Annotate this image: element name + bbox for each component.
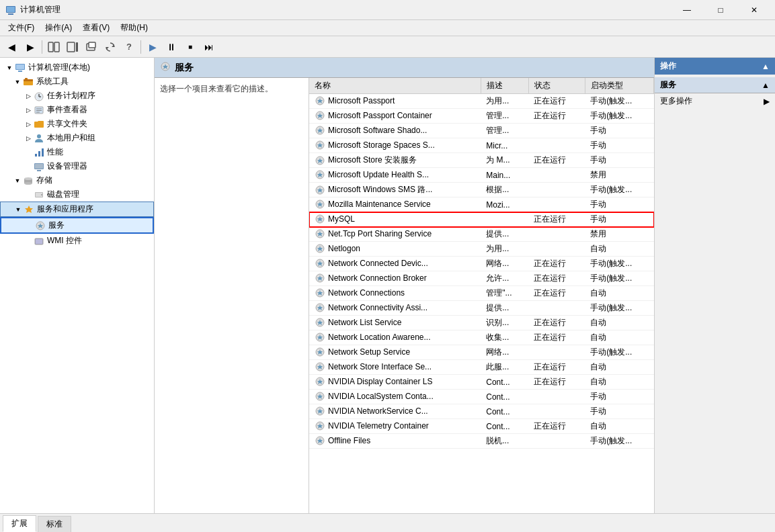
- service-icon: [315, 420, 325, 431]
- service-name: Microsoft Passport: [328, 96, 395, 105]
- table-row[interactable]: NVIDIA NetworkService C...Cont...手动: [309, 404, 654, 419]
- service-name: Network Location Awarene...: [328, 332, 431, 342]
- right-panel-more-actions[interactable]: 更多操作 ▶: [655, 93, 775, 109]
- maximize-button[interactable]: □: [705, 0, 736, 20]
- table-row[interactable]: Network Setup Service网络...手动(触发...: [309, 345, 654, 360]
- menu-view[interactable]: 查看(V): [77, 21, 115, 35]
- service-icon: [315, 95, 325, 106]
- col-header-status[interactable]: 状态: [528, 78, 585, 94]
- service-name: Microsoft Windows SMS 路...: [328, 184, 432, 195]
- menu-file[interactable]: 文件(F): [3, 21, 40, 35]
- sidebar-item-services[interactable]: ▼ 服务和应用程序: [0, 202, 154, 217]
- service-desc: Mozi...: [481, 197, 528, 212]
- col-header-startup[interactable]: 启动类型: [585, 78, 653, 94]
- svg-rect-12: [18, 71, 22, 72]
- sidebar-item-diskmgmt[interactable]: ▷ 磁盘管理: [0, 187, 154, 202]
- expand-icon-svc: ▼: [14, 206, 22, 214]
- service-icon: [315, 376, 325, 387]
- table-row[interactable]: Microsoft Storage Spaces S...Micr...手动: [309, 138, 654, 153]
- sidebar-item-devicemgr[interactable]: ▷ 设备管理器: [0, 159, 154, 173]
- app-icon: [5, 5, 16, 15]
- table-row[interactable]: Network Connectivity Assi...提供...手动(触发..…: [309, 301, 654, 316]
- service-icon: [315, 169, 325, 180]
- sidebar-item-servicesmgr[interactable]: ▷ 服务: [0, 217, 154, 234]
- refresh-button[interactable]: [101, 38, 119, 56]
- sidebar-item-taskscheduler[interactable]: ▷ 任务计划程序: [0, 89, 154, 103]
- table-row[interactable]: Network Connections管理"...正在运行自动: [309, 286, 654, 301]
- stop-button[interactable]: ■: [181, 38, 199, 56]
- service-icon: [315, 332, 325, 343]
- table-row[interactable]: Microsoft Windows SMS 路...根据...手动(触发...: [309, 183, 654, 197]
- run-button[interactable]: ▶: [144, 38, 161, 56]
- right-panel-collapse-icon[interactable]: ▲: [762, 62, 770, 71]
- table-row[interactable]: Microsoft Passport为用...正在运行手动(触发...: [309, 94, 654, 109]
- table-row[interactable]: Microsoft Store 安装服务为 M...正在运行手动: [309, 153, 654, 168]
- table-row[interactable]: NVIDIA Display Container LSCont...正在运行自动: [309, 375, 654, 390]
- sidebar-item-wmi[interactable]: ▷ WMI 控件: [0, 234, 154, 248]
- table-row[interactable]: Network Store Interface Se...此服...正在运行自动: [309, 360, 654, 375]
- table-row[interactable]: Offline Files脱机...手动(触发...: [309, 434, 654, 449]
- service-name: Microsoft Storage Spaces S...: [328, 140, 435, 150]
- table-row[interactable]: NVIDIA LocalSystem Conta...Cont...手动: [309, 390, 654, 404]
- svg-point-33: [24, 177, 32, 180]
- close-button[interactable]: ✕: [739, 0, 770, 20]
- service-startup: 手动(触发...: [585, 301, 653, 316]
- sidebar-item-sharedfolders[interactable]: ▷ 共享文件夹: [0, 117, 154, 131]
- service-desc: 脱机...: [481, 434, 528, 449]
- sidebar-item-root[interactable]: ▼ 计算机管理(本地): [0, 60, 154, 75]
- col-header-name[interactable]: 名称: [309, 78, 481, 94]
- sidebar-item-localusers[interactable]: ▷ 本地用户和组: [0, 131, 154, 145]
- minimize-button[interactable]: —: [671, 0, 702, 20]
- table-row[interactable]: Microsoft Passport Container管理...正在运行手动(…: [309, 109, 654, 124]
- sidebar-item-storage[interactable]: ▼ 存储: [0, 173, 154, 187]
- sidebar: ▼ 计算机管理(本地) ▼ 系统工具 ▷: [0, 58, 155, 513]
- table-row[interactable]: Network Connection Broker允许...正在运行手动(触发.…: [309, 271, 654, 286]
- service-status: [528, 404, 585, 419]
- table-row[interactable]: Netlogon为用...自动: [309, 242, 654, 257]
- table-row[interactable]: Network Connected Devic...网络...正在运行手动(触发…: [309, 257, 654, 271]
- sidebar-item-systemtools[interactable]: ▼ 系统工具: [0, 75, 154, 89]
- right-panel-header: 操作 ▲: [655, 58, 775, 75]
- forward-button[interactable]: ▶: [22, 38, 39, 56]
- service-name: NVIDIA Telemetry Container: [328, 421, 429, 431]
- service-icon: [315, 214, 325, 224]
- help-button[interactable]: ?: [120, 38, 138, 56]
- service-status: [528, 197, 585, 212]
- service-desc: 收集...: [481, 330, 528, 345]
- sharedfolders-icon: [34, 119, 44, 130]
- table-row[interactable]: Mozilla Maintenance ServiceMozi...手动: [309, 197, 654, 212]
- table-row[interactable]: NVIDIA Telemetry ContainerCont...正在运行自动: [309, 419, 654, 434]
- back-button[interactable]: ◀: [3, 38, 20, 56]
- diskmgmt-icon: [34, 189, 44, 200]
- pause-button[interactable]: ⏸: [163, 38, 180, 56]
- menu-action[interactable]: 操作(A): [40, 21, 77, 35]
- sidebar-item-performance[interactable]: ▷ 性能: [0, 145, 154, 159]
- sidebar-item-eventviewer[interactable]: ▷ 事件查看器: [0, 103, 154, 117]
- taskscheduler-icon: [34, 91, 44, 101]
- table-row[interactable]: MySQL正在运行手动: [309, 212, 654, 227]
- tab-expand[interactable]: 扩展: [3, 515, 36, 532]
- service-desc: Cont...: [481, 375, 528, 390]
- col-header-desc[interactable]: 描述: [481, 78, 528, 94]
- service-name: NVIDIA LocalSystem Conta...: [328, 392, 434, 401]
- table-row[interactable]: Network List Service识别...正在运行自动: [309, 316, 654, 330]
- show-hide-console-tree[interactable]: [45, 38, 63, 56]
- table-row[interactable]: Microsoft Software Shado...管理...手动: [309, 124, 654, 138]
- restart-button[interactable]: ⏭: [200, 38, 218, 56]
- table-row[interactable]: Microsoft Update Health S...Main...禁用: [309, 168, 654, 183]
- service-icon: [315, 302, 325, 313]
- service-startup: 自动: [585, 316, 653, 330]
- menu-help[interactable]: 帮助(H): [115, 21, 153, 35]
- table-row[interactable]: Net.Tcp Port Sharing Service提供...禁用: [309, 227, 654, 242]
- new-window[interactable]: [83, 38, 100, 56]
- service-name: Network Connection Broker: [328, 273, 427, 283]
- tab-standard[interactable]: 标准: [38, 516, 71, 532]
- service-status: 正在运行: [528, 271, 585, 286]
- show-hide-action-pane[interactable]: [64, 38, 81, 56]
- services-panel[interactable]: 名称 描述 状态 启动类型 Microsoft Passport为用...正在运…: [309, 78, 654, 513]
- table-row[interactable]: Network Location Awarene...收集...正在运行自动: [309, 330, 654, 345]
- service-icon: [315, 228, 325, 239]
- service-status: 正在运行: [528, 153, 585, 168]
- description-text: 选择一个项目来查看它的描述。: [160, 84, 273, 93]
- performance-icon: [34, 147, 44, 158]
